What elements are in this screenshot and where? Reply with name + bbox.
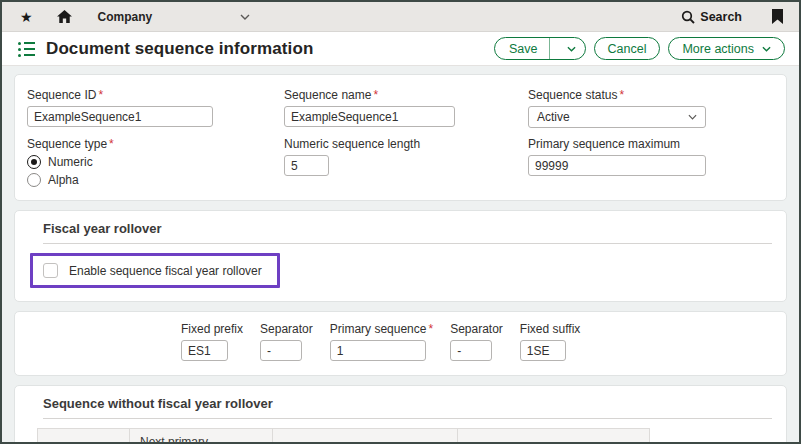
section-divider [43, 243, 772, 244]
sequence-status-value: Active [537, 110, 570, 124]
table-header-row: Fiscal year Next primary sequence* Next … [38, 429, 650, 444]
radio-label: Alpha [48, 173, 79, 187]
column-header-fiscal-year: Fiscal year [38, 429, 130, 444]
more-actions-button[interactable]: More actions [668, 37, 785, 60]
save-dropdown-button[interactable] [550, 38, 585, 59]
numeric-sequence-length-field: Numeric sequence length [284, 137, 528, 187]
page-header: Document sequence information Save Cance… [2, 32, 799, 66]
list-icon [18, 42, 35, 57]
required-marker: * [619, 88, 624, 102]
numeric-sequence-length-label: Numeric sequence length [284, 137, 528, 151]
separator-field: Separator [450, 322, 503, 361]
primary-sequence-maximum-input[interactable] [528, 155, 706, 176]
radio-selected-icon [27, 155, 41, 169]
radio-label: Numeric [48, 155, 93, 169]
company-selector-label: Company [98, 10, 153, 24]
fixed-prefix-input[interactable] [181, 340, 228, 361]
search-icon [681, 10, 695, 24]
sequence-name-field: Sequence name* [284, 88, 528, 128]
sequence-without-rollover-title: Sequence without fiscal year rollover [27, 396, 774, 411]
primary-sequence-field: Primary sequence* [330, 322, 433, 361]
sequence-format-card: Fixed prefix Separator Primary sequence*… [14, 311, 787, 376]
column-header-sequence-maximum: Sequence maximum [458, 429, 650, 444]
sequence-status-field: Sequence status* Active [528, 88, 774, 128]
enable-rollover-label: Enable sequence fiscal year rollover [69, 264, 262, 278]
sequence-status-select[interactable]: Active [528, 106, 706, 128]
primary-sequence-input[interactable] [330, 340, 426, 361]
save-split-button: Save [494, 37, 586, 60]
more-actions-label: More actions [682, 42, 754, 56]
required-marker: * [109, 137, 114, 151]
bookmark-icon[interactable] [772, 9, 783, 24]
highlight-outline: Enable sequence fiscal year rollover [30, 253, 280, 288]
separator-label: Separator [450, 322, 503, 336]
separator-input[interactable] [450, 340, 492, 361]
sequence-type-label: Sequence type* [27, 137, 284, 151]
primary-sequence-label: Primary sequence* [330, 322, 433, 336]
sequence-name-input[interactable] [284, 106, 455, 127]
required-marker: * [98, 88, 103, 102]
required-marker: * [373, 88, 378, 102]
fixed-suffix-label: Fixed suffix [520, 322, 580, 336]
primary-sequence-maximum-label: Primary sequence maximum [528, 137, 774, 151]
separator-input[interactable] [260, 340, 302, 361]
primary-sequence-maximum-field: Primary sequence maximum [528, 137, 774, 187]
section-divider [43, 418, 772, 419]
sequence-details-card: Sequence ID* Sequence name* Sequence sta… [14, 74, 787, 201]
chevron-down-icon [240, 14, 250, 20]
sequence-type-field: Sequence type* Numeric Alpha [27, 137, 284, 187]
required-marker: * [428, 322, 433, 336]
chevron-down-icon [567, 46, 576, 52]
sequence-type-option-numeric[interactable]: Numeric [27, 155, 284, 169]
separator-field: Separator [260, 322, 313, 361]
page-title: Document sequence information [46, 39, 313, 59]
document-sequence-page: ★ Company Search Document sequence inf [0, 0, 801, 444]
column-header-next-unused-sequence: Next unused sequence [273, 429, 458, 444]
radio-unselected-icon [27, 173, 41, 187]
home-icon[interactable] [57, 10, 72, 24]
sequence-type-option-alpha[interactable]: Alpha [27, 173, 284, 187]
enable-rollover-checkbox[interactable] [43, 263, 58, 278]
company-selector[interactable]: Company [98, 2, 250, 31]
search-button[interactable]: Search [681, 10, 742, 24]
sequence-id-field: Sequence ID* [27, 88, 284, 128]
fixed-suffix-input[interactable] [520, 340, 566, 361]
sequence-id-input[interactable] [27, 106, 213, 127]
fiscal-year-rollover-card: Fiscal year rollover Enable sequence fis… [14, 210, 787, 302]
sequence-id-label: Sequence ID* [27, 88, 284, 102]
fixed-suffix-field: Fixed suffix [520, 322, 580, 361]
save-button[interactable]: Save [495, 38, 549, 59]
sequence-without-rollover-card: Sequence without fiscal year rollover Fi… [14, 385, 787, 444]
column-header-next-primary-sequence: Next primary sequence* [130, 429, 273, 444]
header-actions: Save Cancel More actions [494, 37, 785, 60]
sequence-status-label: Sequence status* [528, 88, 774, 102]
cancel-button[interactable]: Cancel [594, 37, 661, 60]
separator-label: Separator [260, 322, 313, 336]
fiscal-year-rollover-title: Fiscal year rollover [27, 221, 774, 236]
page-content: Sequence ID* Sequence name* Sequence sta… [2, 66, 799, 444]
search-label: Search [700, 10, 742, 24]
sequence-table: Fiscal year Next primary sequence* Next … [37, 428, 650, 444]
favorite-star-icon[interactable]: ★ [20, 9, 33, 25]
sequence-name-label: Sequence name* [284, 88, 528, 102]
chevron-down-icon [762, 46, 771, 52]
top-navigation-bar: ★ Company Search [2, 2, 799, 32]
fixed-prefix-field: Fixed prefix [181, 322, 243, 361]
chevron-down-icon [688, 114, 697, 120]
numeric-sequence-length-input[interactable] [284, 155, 329, 176]
fixed-prefix-label: Fixed prefix [181, 322, 243, 336]
